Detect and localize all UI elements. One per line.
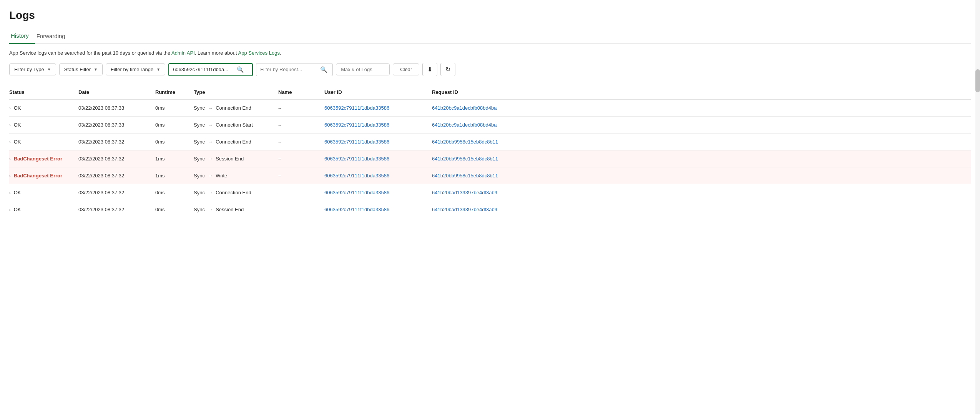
user-id-link[interactable]: 6063592c79111f1dbda33586 [324,207,389,212]
max-logs-input[interactable] [336,63,390,75]
type-cell: Sync → Session End [194,156,278,162]
user-id-cell[interactable]: 6063592c79111f1dbda33586 [324,122,432,128]
user-id-link[interactable]: 6063592c79111f1dbda33586 [324,122,389,128]
filter-type-select[interactable]: Filter by Type ▼ [9,63,56,75]
table-row[interactable]: › OK 03/22/2023 08:37:33 0ms Sync → Conn… [9,100,971,117]
user-id-cell[interactable]: 6063592c79111f1dbda33586 [324,139,432,145]
table-row[interactable]: › OK 03/22/2023 08:37:32 0ms Sync → Sess… [9,201,971,218]
user-id-cell[interactable]: 6063592c79111f1dbda33586 [324,156,432,162]
table-rows-container: › OK 03/22/2023 08:37:33 0ms Sync → Conn… [9,100,971,218]
filters-row: Filter by Type ▼ Status Filter ▼ Filter … [9,63,971,76]
table-header: Status Date Runtime Type Name User ID Re… [9,85,971,100]
time-range-select[interactable]: Filter by time range ▼ [106,63,165,75]
date-cell: 03/22/2023 08:37:32 [78,156,155,162]
request-id-cell[interactable]: 641b20bb9958c15eb8dc8b11 [432,173,971,179]
request-id-cell[interactable]: 641b20bad139397be4df3ab9 [432,207,971,212]
status-badge: BadChangeset Error [14,156,62,162]
clear-button[interactable]: Clear [393,63,419,75]
request-search-button[interactable]: 🔍 [320,66,327,73]
info-text-before-link1: App Service logs can be searched for the… [9,50,171,56]
table-row[interactable]: › OK 03/22/2023 08:37:32 0ms Sync → Conn… [9,134,971,150]
table-row[interactable]: › BadChangeset Error 03/22/2023 08:37:32… [9,167,971,184]
request-filter-input[interactable] [260,67,318,72]
col-user-id: User ID [324,89,432,95]
table-row[interactable]: › BadChangeset Error 03/22/2023 08:37:32… [9,150,971,167]
request-id-cell[interactable]: 641b20bc9a1decbfb08bd4ba [432,122,971,128]
status-badge: OK [14,105,21,111]
expand-icon[interactable]: › [9,207,11,212]
expand-icon[interactable]: › [9,106,11,110]
chevron-down-icon: ▼ [47,67,51,72]
request-id-link[interactable]: 641b20bc9a1decbfb08bd4ba [432,122,497,128]
tab-forwarding[interactable]: Forwarding [35,30,71,44]
status-cell: › OK [9,105,78,111]
user-id-link[interactable]: 6063592c79111f1dbda33586 [324,190,389,195]
time-range-label: Filter by time range [111,67,153,72]
expand-icon[interactable]: › [9,190,11,195]
name-cell: -- [278,190,324,195]
expand-icon[interactable]: › [9,157,11,161]
status-filter-select[interactable]: Status Filter ▼ [59,63,103,75]
user-id-cell[interactable]: 6063592c79111f1dbda33586 [324,207,432,212]
tab-history[interactable]: History [9,29,35,44]
app-services-logs-link[interactable]: App Services Logs [238,50,280,56]
type-cell: Sync → Connection End [194,139,278,145]
filter-type-label: Filter by Type [14,67,44,72]
request-id-link[interactable]: 641b20bad139397be4df3ab9 [432,190,497,195]
request-id-link[interactable]: 641b20bc9a1decbfb08bd4ba [432,105,497,111]
table-row[interactable]: › OK 03/22/2023 08:37:33 0ms Sync → Conn… [9,117,971,134]
status-cell: › OK [9,139,78,145]
status-badge: OK [14,207,21,212]
request-id-link[interactable]: 641b20bad139397be4df3ab9 [432,207,497,212]
user-id-cell[interactable]: 6063592c79111f1dbda33586 [324,190,432,195]
request-id-link[interactable]: 641b20bb9958c15eb8dc8b11 [432,173,498,179]
runtime-cell: 1ms [155,173,194,179]
date-cell: 03/22/2023 08:37:32 [78,139,155,145]
download-button[interactable]: ⬇ [422,63,437,76]
col-request-id: Request ID [432,89,971,95]
info-text-between: . Learn more about [195,50,238,56]
expand-icon[interactable]: › [9,174,11,178]
refresh-button[interactable]: ↻ [440,63,455,76]
request-id-cell[interactable]: 641b20bb9958c15eb8dc8b11 [432,139,971,145]
runtime-cell: 0ms [155,122,194,128]
expand-icon[interactable]: › [9,123,11,127]
name-cell: -- [278,139,324,145]
name-cell: -- [278,122,324,128]
date-cell: 03/22/2023 08:37:32 [78,173,155,179]
user-id-link[interactable]: 6063592c79111f1dbda33586 [324,105,389,111]
runtime-cell: 1ms [155,156,194,162]
user-id-cell[interactable]: 6063592c79111f1dbda33586 [324,105,432,111]
user-id-link[interactable]: 6063592c79111f1dbda33586 [324,173,389,179]
status-cell: › OK [9,207,78,212]
type-cell: Sync → Session End [194,207,278,212]
type-cell: Sync → Write [194,173,278,179]
user-id-search-input[interactable] [173,67,234,72]
scrollbar-track[interactable] [975,0,980,218]
user-id-search-button[interactable]: 🔍 [237,66,244,73]
admin-api-link[interactable]: Admin API [171,50,195,56]
status-cell: › BadChangeset Error [9,156,78,162]
user-id-cell[interactable]: 6063592c79111f1dbda33586 [324,173,432,179]
status-filter-label: Status Filter [64,67,91,72]
date-cell: 03/22/2023 08:37:33 [78,105,155,111]
page-title: Logs [9,9,971,22]
status-cell: › OK [9,190,78,195]
table-row[interactable]: › OK 03/22/2023 08:37:32 0ms Sync → Conn… [9,184,971,201]
col-status: Status [9,89,78,95]
name-cell: -- [278,207,324,212]
type-cell: Sync → Connection End [194,190,278,195]
user-id-link[interactable]: 6063592c79111f1dbda33586 [324,139,389,145]
scrollbar-thumb[interactable] [975,69,980,92]
expand-icon[interactable]: › [9,140,11,144]
date-cell: 03/22/2023 08:37:32 [78,190,155,195]
request-id-cell[interactable]: 641b20bad139397be4df3ab9 [432,190,971,195]
user-id-link[interactable]: 6063592c79111f1dbda33586 [324,156,389,162]
request-id-link[interactable]: 641b20bb9958c15eb8dc8b11 [432,156,498,162]
request-id-cell[interactable]: 641b20bc9a1decbfb08bd4ba [432,105,971,111]
request-id-link[interactable]: 641b20bb9958c15eb8dc8b11 [432,139,498,145]
chevron-down-icon: ▼ [156,67,160,72]
request-id-cell[interactable]: 641b20bb9958c15eb8dc8b11 [432,156,971,162]
runtime-cell: 0ms [155,207,194,212]
info-text: App Service logs can be searched for the… [9,50,971,56]
